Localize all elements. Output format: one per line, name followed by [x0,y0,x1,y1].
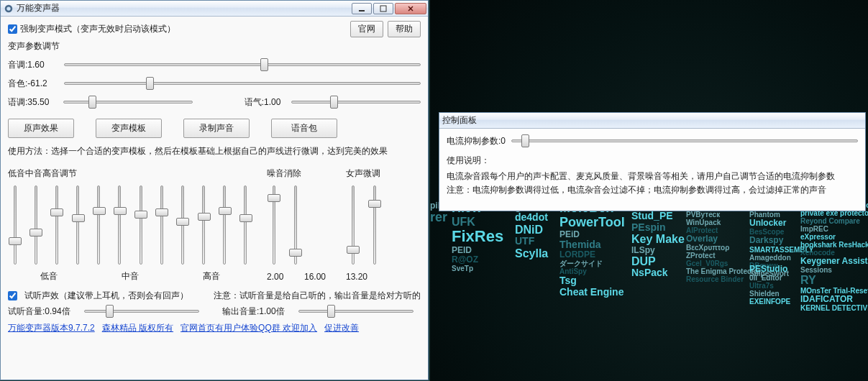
wallpaper-word: Scylla [515,247,548,260]
intonation-slider[interactable] [63,96,193,109]
noise-val-2: 16.00 [304,272,333,282]
vertical-slider[interactable] [71,183,85,269]
vertical-slider[interactable] [134,183,147,269]
vertical-slider[interactable] [92,183,106,269]
female-val-1: 13.20 [346,272,375,282]
wallpaper-word: PEID [452,246,503,255]
wallpaper-word: ILSpy [631,246,685,255]
output-volume-slider[interactable] [298,305,414,318]
copyright-text[interactable]: 森林精品 版权所有 [102,322,173,334]
wallpaper-word: IDAFICATOR [800,295,868,304]
female-sliders[interactable] [346,183,403,269]
wallpaper-word: UTF [515,236,548,247]
ctl-explain-line2: 注意：电流抑制参数调得过低，电流杂音会过滤不掉；电流抑制参数调得过高，会过滤掉正… [447,183,858,197]
wallpaper-word: ダークサイド [559,260,625,267]
force-mode-label: 强制变声模式（变声无效时启动该模式） [20,23,175,35]
svg-rect-3 [380,6,386,12]
maximize-button[interactable] [373,3,393,14]
preview-effect-checkbox[interactable] [8,291,17,300]
wallpaper-word: 0ll_Editor [749,274,790,282]
svg-rect-2 [359,10,365,12]
qq-group-link[interactable]: 官网首页有用户体验QQ群 欢迎加入 [181,322,317,334]
ctl-explain-line1: 电流杂音跟每个用户的声卡配置、麦克风质量、背景噪音等相关，请用户自己调节合适的电… [447,170,858,183]
params-section-title: 变声参数调节 [8,40,421,52]
original-sound-button[interactable]: 原声效果 [8,119,74,138]
minimize-button[interactable] [352,3,372,14]
wallpaper-word: rer [430,211,448,225]
volume-note: 注意：试听音量是给自己听的，输出音量是给对方听的 [214,290,421,302]
close-button[interactable] [395,3,426,14]
wallpaper-word: SveTp [452,265,503,272]
version-text[interactable]: 万能变声器版本9.7.7.2 [8,322,95,334]
tone-slider[interactable] [291,96,421,109]
preview-volume-label: 试听音量:0.94倍 [8,306,80,318]
control-panel-window: 控制面板 电流抑制参数:0 使用说明： 电流杂音跟每个用户的声卡配置、麦克风质量… [439,112,866,211]
eq-sliders[interactable] [8,183,252,269]
vertical-slider[interactable] [113,183,127,269]
voice-pack-button[interactable]: 语音包 [271,119,337,138]
vertical-slider[interactable] [288,183,303,269]
record-sound-button[interactable]: 录制声音 [183,119,250,138]
noise-cancel-title: 噪音消除 [267,167,332,180]
intonation-label: 语调:35.50 [8,96,59,109]
voice-template-button[interactable]: 变声模板 [96,119,162,138]
wallpaper-word: PEiD [559,230,625,239]
wallpaper-word: DNiD [515,224,548,237]
help-button[interactable]: 帮助 [388,21,421,37]
wallpaper-word: PEspin [631,222,685,233]
wallpaper-word: hookshark ResHacker [800,241,868,249]
vertical-slider[interactable] [346,183,360,269]
ctl-explain-title: 使用说明： [447,155,858,167]
svg-point-1 [6,6,10,10]
ctl-title: 控制面板 [442,114,477,127]
vertical-slider[interactable] [175,183,189,269]
vertical-slider[interactable] [367,183,382,269]
app-icon [4,4,14,14]
female-tune-title: 女声微调 [346,167,403,180]
vertical-slider[interactable] [267,183,281,269]
noise-sliders[interactable] [267,183,332,269]
wallpaper-word: UFK [452,216,503,229]
eq-axis-high: 高音 [171,270,252,283]
improve-link[interactable]: 促进改善 [324,322,359,334]
main-titlebar[interactable]: 万能变声器 [1,1,428,17]
wallpaper-word: Keygener Assistant [800,257,868,266]
vertical-slider[interactable] [8,183,22,269]
female-val-2 [383,272,412,282]
noise-val-1: 2.00 [267,272,296,282]
official-site-button[interactable]: 官网 [350,21,383,37]
wallpaper-word: PEStudio [749,265,790,274]
wallpaper-word: de4dot [515,212,548,223]
timbre-slider[interactable] [64,77,421,90]
wallpaper-word: NsPack [631,267,685,278]
preview-volume-slider[interactable] [84,305,199,318]
vertical-slider[interactable] [218,183,232,269]
current-suppress-label: 电流抑制参数:0 [447,135,506,147]
pitch-label: 音调:1.60 [8,59,60,71]
vertical-slider[interactable] [155,183,168,269]
wallpaper-word: Cheat Engine [559,287,625,298]
wallpaper-word: ImpREC [800,225,868,233]
eq-axis-low: 低音 [8,270,89,283]
vertical-slider[interactable] [239,183,252,269]
wallpaper-word: eXpressor [800,233,868,241]
wallpaper-word: Key Make [631,233,685,246]
main-title: 万能变声器 [17,2,60,14]
wallpaper-word: Themida [559,239,625,250]
wallpaper-word: Tsg [559,275,625,286]
wallpaper-word: DUP [631,255,685,268]
wallpaper-word: PowerTool [559,216,625,230]
wallpaper-word: Shielden [749,290,790,298]
eq-axis-mid: 中音 [89,270,170,283]
vertical-slider[interactable] [50,183,63,269]
eq-title: 低音中音高音调节 [8,167,252,180]
wallpaper-word: EXEINFOPE [749,298,790,306]
vertical-slider[interactable] [197,183,211,269]
force-mode-checkbox[interactable] [8,24,17,34]
wallpaper-word: Reyond Compare [800,217,868,225]
pitch-slider[interactable] [64,58,421,71]
current-suppress-slider[interactable] [511,134,858,147]
vertical-slider[interactable] [29,183,42,269]
wallpaper-word: Stud_PE [631,211,685,221]
ctl-titlebar[interactable]: 控制面板 [439,113,865,129]
